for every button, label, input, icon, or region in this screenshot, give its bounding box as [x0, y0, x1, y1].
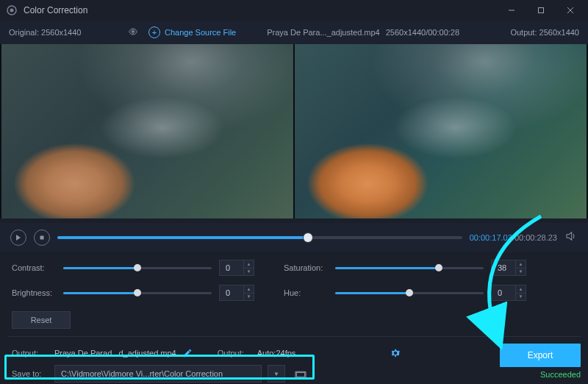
save-to-label: Save to:: [12, 369, 49, 378]
svg-point-6: [132, 31, 134, 32]
volume-icon[interactable]: [564, 230, 578, 246]
saturation-slider[interactable]: [335, 267, 484, 269]
brightness-slider[interactable]: [63, 292, 212, 294]
preview-area: [0, 44, 588, 218]
output-format-value: Auto;24fps: [257, 349, 296, 358]
original-label: Original:: [9, 28, 39, 37]
spin-up-icon[interactable]: ▲: [516, 260, 526, 269]
stop-button[interactable]: [34, 230, 50, 246]
spin-up-icon[interactable]: ▲: [244, 260, 254, 269]
svg-point-1: [10, 9, 14, 13]
hue-label: Hue:: [284, 288, 328, 297]
spin-down-icon[interactable]: ▼: [244, 269, 254, 276]
svg-rect-10: [296, 373, 304, 377]
output-file-label: Output:: [12, 349, 49, 358]
hue-slider[interactable]: [335, 292, 484, 294]
maximize-button[interactable]: [526, 0, 556, 21]
hue-input[interactable]: 0▲▼: [491, 285, 526, 301]
current-time: 00:00:17.03: [470, 233, 512, 242]
current-file-info: Praya De Para..._adjusted.mp4 2560x1440/…: [267, 28, 459, 37]
output-label: Output:: [510, 28, 537, 37]
duration-time: 00:00:28.23: [514, 233, 557, 242]
minimize-button[interactable]: [497, 0, 526, 21]
info-bar: Original: 2560x1440 + Change Source File…: [0, 21, 588, 44]
adjusted-preview: [295, 44, 587, 218]
save-to-path-input[interactable]: C:\Vidmore\Vidmore Vi...rter\Color Corre…: [54, 365, 262, 383]
app-logo-icon: [6, 4, 18, 16]
play-button[interactable]: [10, 230, 26, 246]
svg-rect-3: [539, 8, 544, 13]
brightness-label: Brightness:: [12, 288, 56, 297]
adjustments-panel: Contrast: 0▲▼ Brightness: 0▲▼ Reset Satu…: [0, 252, 588, 336]
titlebar: Color Correction: [0, 0, 588, 21]
time-display: 00:00:17.03/00:00:28.23: [470, 233, 557, 242]
open-folder-icon[interactable]: [291, 365, 310, 383]
timeline-slider[interactable]: [57, 236, 462, 239]
contrast-slider[interactable]: [63, 267, 212, 269]
preview-toggle-icon[interactable]: [126, 26, 140, 38]
playback-bar: 00:00:17.03/00:00:28.23: [0, 223, 588, 252]
export-status: Succeeded: [540, 370, 581, 379]
file-name: Praya De Para..._adjusted.mp4: [267, 28, 379, 37]
titlebar-left: Color Correction: [6, 4, 87, 16]
spin-down-icon[interactable]: ▼: [244, 294, 254, 301]
app-window: Color Correction Original: 2560x1440 + C…: [0, 0, 588, 384]
file-duration: 00:00:28: [428, 28, 459, 37]
output-settings-icon[interactable]: [390, 347, 401, 359]
output-format-label: Output:: [218, 349, 251, 358]
hue-row: Hue: 0▲▼: [284, 285, 526, 301]
change-source-label: Change Source File: [165, 28, 236, 37]
output-file-name: Praya De Parad...d_adjusted.mp4: [54, 349, 176, 358]
saturation-label: Saturation:: [284, 263, 328, 272]
close-button[interactable]: [556, 0, 585, 21]
save-to-row: Save to: C:\Vidmore\Vidmore Vi...rter\Co…: [12, 363, 576, 384]
original-resolution: Original: 2560x1440: [9, 28, 118, 37]
window-controls: [497, 0, 585, 21]
export-button[interactable]: Export: [500, 344, 581, 367]
output-resolution: Output: 2560x1440: [510, 28, 579, 37]
saturation-row: Saturation: 38▲▼: [284, 260, 526, 276]
edit-filename-icon[interactable]: [182, 348, 193, 358]
contrast-row: Contrast: 0▲▼: [12, 260, 254, 276]
contrast-label: Contrast:: [12, 263, 56, 272]
brightness-input[interactable]: 0▲▼: [219, 285, 254, 301]
brightness-row: Brightness: 0▲▼: [12, 285, 254, 301]
save-to-dropdown[interactable]: ▼: [268, 365, 285, 383]
output-res-value: 2560x1440: [539, 28, 579, 37]
svg-rect-8: [40, 236, 44, 240]
spin-up-icon[interactable]: ▲: [244, 285, 254, 294]
spin-down-icon[interactable]: ▼: [516, 269, 526, 276]
file-resolution: 2560x1440: [386, 28, 426, 37]
original-preview: [1, 44, 293, 218]
output-file-row: Output: Praya De Parad...d_adjusted.mp4 …: [12, 343, 576, 363]
plus-circle-icon: +: [148, 26, 160, 38]
spin-up-icon[interactable]: ▲: [516, 285, 526, 294]
saturation-input[interactable]: 38▲▼: [491, 260, 526, 276]
change-source-button[interactable]: + Change Source File: [148, 26, 236, 38]
contrast-input[interactable]: 0▲▼: [219, 260, 254, 276]
original-res-value: 2560x1440: [41, 28, 81, 37]
spin-down-icon[interactable]: ▼: [516, 294, 526, 301]
reset-button[interactable]: Reset: [12, 311, 71, 329]
app-title: Color Correction: [24, 5, 87, 15]
export-area: Export Succeeded: [500, 344, 581, 379]
svg-marker-7: [16, 235, 21, 241]
